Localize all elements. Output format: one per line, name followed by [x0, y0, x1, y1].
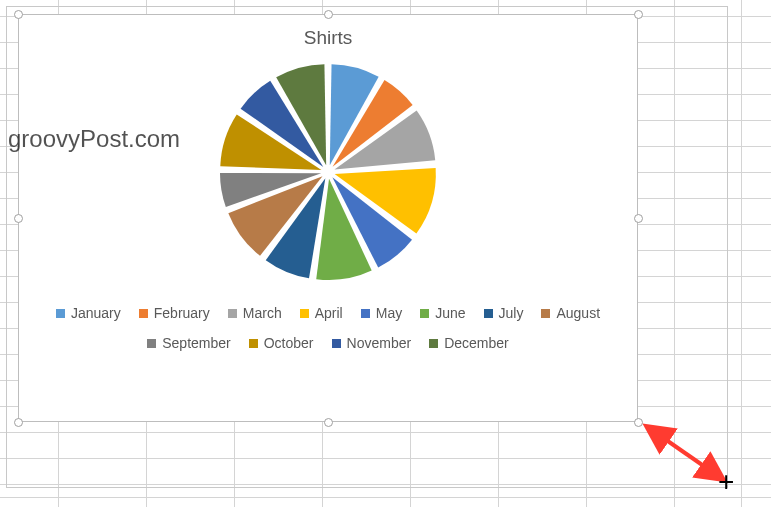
resize-handle-nw[interactable]: [14, 10, 23, 19]
pie-chart-svg: [213, 57, 443, 287]
legend-label: December: [444, 335, 509, 351]
legend-item[interactable]: August: [541, 305, 600, 321]
legend-swatch: [361, 309, 370, 318]
legend-label: September: [162, 335, 230, 351]
legend-item[interactable]: June: [420, 305, 465, 321]
legend-label: October: [264, 335, 314, 351]
legend-item[interactable]: October: [249, 335, 314, 351]
legend-swatch: [332, 339, 341, 348]
legend-item[interactable]: December: [429, 335, 509, 351]
resize-handle-se[interactable]: [634, 418, 643, 427]
legend-label: February: [154, 305, 210, 321]
legend-swatch: [139, 309, 148, 318]
legend-item[interactable]: July: [484, 305, 524, 321]
legend-swatch: [249, 339, 258, 348]
pie-plot-area[interactable]: [19, 57, 637, 287]
legend-item[interactable]: February: [139, 305, 210, 321]
legend-item[interactable]: January: [56, 305, 121, 321]
chart-legend[interactable]: JanuaryFebruaryMarchAprilMayJuneJulyAugu…: [19, 287, 637, 351]
legend-item[interactable]: March: [228, 305, 282, 321]
legend-swatch: [420, 309, 429, 318]
legend-label: July: [499, 305, 524, 321]
legend-item[interactable]: May: [361, 305, 402, 321]
legend-swatch: [300, 309, 309, 318]
legend-swatch: [228, 309, 237, 318]
legend-label: April: [315, 305, 343, 321]
legend-label: August: [556, 305, 600, 321]
resize-handle-w[interactable]: [14, 214, 23, 223]
legend-label: November: [347, 335, 412, 351]
legend-swatch: [484, 309, 493, 318]
legend-item[interactable]: September: [147, 335, 230, 351]
legend-label: March: [243, 305, 282, 321]
legend-item[interactable]: November: [332, 335, 412, 351]
resize-handle-n[interactable]: [324, 10, 333, 19]
legend-label: January: [71, 305, 121, 321]
resize-handle-ne[interactable]: [634, 10, 643, 19]
legend-swatch: [147, 339, 156, 348]
resize-handle-e[interactable]: [634, 214, 643, 223]
legend-swatch: [541, 309, 550, 318]
legend-swatch: [429, 339, 438, 348]
chart-object[interactable]: Shirts JanuaryFebruaryMarchAprilMayJuneJ…: [18, 14, 638, 422]
legend-label: June: [435, 305, 465, 321]
resize-handle-sw[interactable]: [14, 418, 23, 427]
resize-cursor-icon: +: [718, 468, 734, 496]
legend-label: May: [376, 305, 402, 321]
resize-handle-s[interactable]: [324, 418, 333, 427]
chart-title: Shirts: [19, 15, 637, 49]
legend-item[interactable]: April: [300, 305, 343, 321]
legend-swatch: [56, 309, 65, 318]
